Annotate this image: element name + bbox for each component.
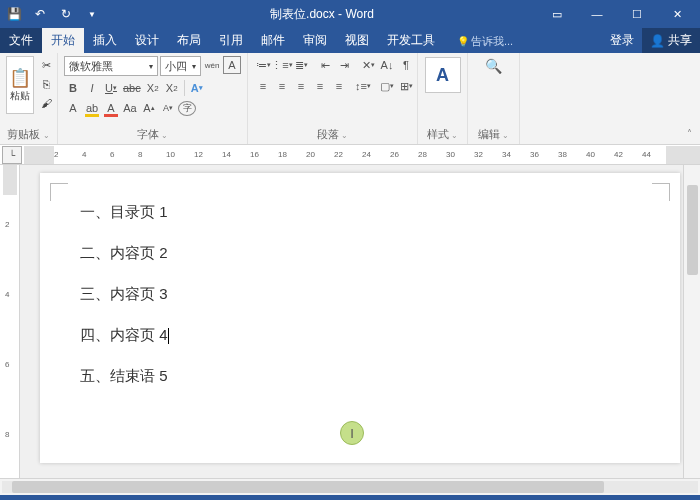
numbering-button[interactable]: ⋮≡▾ xyxy=(273,56,291,74)
align-distributed-button[interactable]: ≡ xyxy=(330,77,348,95)
customize-qat-icon[interactable]: ▼ xyxy=(84,6,100,22)
hscroll-track[interactable] xyxy=(2,481,698,493)
tab-file[interactable]: 文件 xyxy=(0,28,42,53)
ruler-mark: 26 xyxy=(390,150,399,159)
styles-label[interactable]: 样式 xyxy=(427,125,458,142)
bold-button[interactable]: B xyxy=(64,79,82,97)
align-right-button[interactable]: ≡ xyxy=(292,77,310,95)
subscript-button[interactable]: X2 xyxy=(144,79,162,97)
vruler-mark: 4 xyxy=(5,290,9,299)
collapse-ribbon-icon[interactable]: ˄ xyxy=(680,128,698,142)
italic-button[interactable]: I xyxy=(83,79,101,97)
decrease-indent-button[interactable]: ⇤ xyxy=(316,56,334,74)
tab-layout[interactable]: 布局 xyxy=(168,28,210,53)
align-center-button[interactable]: ≡ xyxy=(273,77,291,95)
tab-view[interactable]: 视图 xyxy=(336,28,378,53)
ruler-mark: 42 xyxy=(614,150,623,159)
copy-button[interactable]: ⎘ xyxy=(36,75,56,93)
styles-gallery-button[interactable]: A xyxy=(425,57,461,93)
underline-button[interactable]: U▾ xyxy=(102,79,120,97)
paragraph-label[interactable]: 段落 xyxy=(254,125,411,142)
clear-format-button[interactable]: A xyxy=(64,99,82,117)
sort-button[interactable]: A↓ xyxy=(378,56,396,74)
tab-references[interactable]: 引用 xyxy=(210,28,252,53)
ruler-mark: 22 xyxy=(334,150,343,159)
ruler-mark: 4 xyxy=(82,150,86,159)
align-left-button[interactable]: ≡ xyxy=(254,77,272,95)
document-line[interactable]: 三、内容页 3 xyxy=(80,285,640,304)
ruler-mark: 10 xyxy=(166,150,175,159)
increase-indent-button[interactable]: ⇥ xyxy=(335,56,353,74)
paste-button[interactable]: 📋 粘贴 xyxy=(6,56,34,114)
share-icon: 👤 xyxy=(650,34,665,48)
paper[interactable]: 一、目录页 1二、内容页 2三、内容页 3四、内容页 4五、结束语 5 xyxy=(40,173,680,463)
tell-me-search[interactable]: 告诉我... xyxy=(448,30,522,53)
find-button[interactable]: 🔍 xyxy=(483,57,504,75)
asian-layout-button[interactable]: ✕▾ xyxy=(359,56,377,74)
redo-icon[interactable]: ↻ xyxy=(58,6,74,22)
text-effects-button[interactable]: A▾ xyxy=(188,79,206,97)
change-case-button[interactable]: Aa xyxy=(121,99,139,117)
vertical-ruler[interactable]: 2468 xyxy=(0,165,20,478)
document-line[interactable]: 二、内容页 2 xyxy=(80,244,640,263)
font-color-button[interactable]: A xyxy=(102,99,120,117)
superscript-button[interactable]: X2 xyxy=(163,79,181,97)
tab-mailings[interactable]: 邮件 xyxy=(252,28,294,53)
borders-button[interactable]: ⊞▾ xyxy=(397,77,415,95)
minimize-icon[interactable]: — xyxy=(578,2,616,26)
group-styles: A 样式 xyxy=(418,53,468,144)
share-button[interactable]: 👤共享 xyxy=(642,28,700,53)
show-marks-button[interactable]: ¶ xyxy=(397,56,415,74)
tab-developer[interactable]: 开发工具 xyxy=(378,28,444,53)
tab-insert[interactable]: 插入 xyxy=(84,28,126,53)
undo-icon[interactable]: ↶ xyxy=(32,6,48,22)
horizontal-ruler[interactable]: 2468101214161820222426283032343638404244 xyxy=(24,146,700,164)
login-button[interactable]: 登录 xyxy=(602,28,642,53)
strikethrough-button[interactable]: abc xyxy=(121,79,143,97)
tab-home[interactable]: 开始 xyxy=(42,28,84,53)
document-line[interactable]: 一、目录页 1 xyxy=(80,203,640,222)
font-name-select[interactable]: 微软雅黑▾ xyxy=(64,56,158,76)
line-spacing-button[interactable]: ↕≡▾ xyxy=(354,77,372,95)
hscroll-thumb[interactable] xyxy=(12,481,604,493)
clipboard-label[interactable]: 剪贴板 xyxy=(6,125,51,142)
save-icon[interactable]: 💾 xyxy=(6,6,22,22)
ruler-mark: 14 xyxy=(222,150,231,159)
font-size-select[interactable]: 小四▾ xyxy=(160,56,201,76)
close-icon[interactable]: ✕ xyxy=(658,2,696,26)
editing-label[interactable]: 编辑 xyxy=(478,125,509,142)
vruler-mark: 2 xyxy=(5,220,9,229)
enclosed-char-button[interactable]: 字 xyxy=(178,101,196,116)
ruler-mark: 18 xyxy=(278,150,287,159)
maximize-icon[interactable]: ☐ xyxy=(618,2,656,26)
group-clipboard: 📋 粘贴 ✂ ⎘ 🖌 剪贴板 xyxy=(0,53,58,144)
align-justify-button[interactable]: ≡ xyxy=(311,77,329,95)
ruler-mark: 44 xyxy=(642,150,651,159)
group-editing: 🔍 编辑 xyxy=(468,53,520,144)
tab-selector-button[interactable]: └ xyxy=(2,146,22,164)
ruler-mark: 6 xyxy=(110,150,114,159)
group-paragraph: ≔▾ ⋮≡▾ ≣▾ ⇤ ⇥ ✕▾ A↓ ¶ ≡ ≡ ≡ ≡ ≡ ↕≡▾ ▢▾ ⊞… xyxy=(248,53,418,144)
char-border-button[interactable]: A xyxy=(223,56,241,74)
font-label[interactable]: 字体 xyxy=(64,125,241,142)
ruler-mark: 28 xyxy=(418,150,427,159)
horizontal-scrollbar[interactable] xyxy=(0,478,700,495)
document-line[interactable]: 四、内容页 4 xyxy=(80,326,640,345)
cut-button[interactable]: ✂ xyxy=(36,56,56,74)
ribbon: 📋 粘贴 ✂ ⎘ 🖌 剪贴板 微软雅黑▾ 小四▾ wén A B I U▾ ab… xyxy=(0,53,700,145)
multilevel-list-button[interactable]: ≣▾ xyxy=(292,56,310,74)
tab-design[interactable]: 设计 xyxy=(126,28,168,53)
document-line[interactable]: 五、结束语 5 xyxy=(80,367,640,386)
pinyin-guide-button[interactable]: wén xyxy=(203,56,221,74)
shading-button[interactable]: ▢▾ xyxy=(378,77,396,95)
grow-font-button[interactable]: A▴ xyxy=(140,99,158,117)
shrink-font-button[interactable]: A▾ xyxy=(159,99,177,117)
document-title: 制表位.docx - Word xyxy=(106,6,538,23)
vertical-scrollbar[interactable] xyxy=(683,165,700,478)
highlight-button[interactable]: ab xyxy=(83,99,101,117)
format-painter-button[interactable]: 🖌 xyxy=(36,94,56,112)
ruler-mark: 32 xyxy=(474,150,483,159)
ribbon-options-icon[interactable]: ▭ xyxy=(538,2,576,26)
bullets-button[interactable]: ≔▾ xyxy=(254,56,272,74)
tab-review[interactable]: 审阅 xyxy=(294,28,336,53)
